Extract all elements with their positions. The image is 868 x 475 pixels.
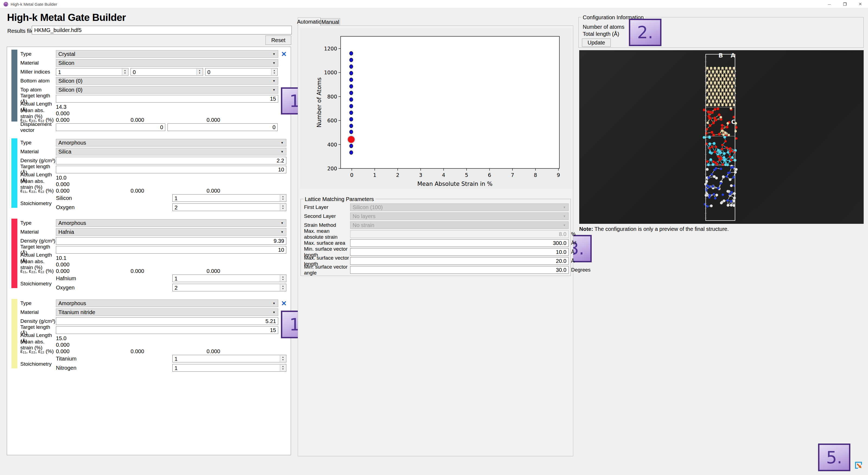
spinbox[interactable]: 1▲▼	[172, 275, 286, 282]
reset-button[interactable]: Reset	[266, 35, 291, 45]
note-text: The configuration is only a preview of t…	[593, 226, 729, 232]
spinbox-arrows[interactable]: ▲▼	[271, 69, 277, 75]
svg-text:4: 4	[442, 172, 445, 178]
input-field[interactable]: 15	[56, 326, 278, 334]
dropdown-silica[interactable]: Silica▼	[56, 148, 286, 155]
spinbox-arrows[interactable]: ▲▼	[280, 365, 286, 371]
svg-text:2: 2	[396, 172, 399, 178]
dropdown-silicon-0-[interactable]: Silicon (0)▼	[56, 77, 278, 85]
spinbox-arrows[interactable]: ▲▼	[280, 355, 286, 362]
row-target-length-: Target length (Å)15	[20, 326, 291, 334]
structure-preview[interactable]: BAC	[579, 50, 864, 224]
input-field[interactable]: 20.0	[350, 257, 569, 265]
spinbox[interactable]: 1▲▼	[172, 364, 286, 372]
svg-text:1000: 1000	[324, 69, 337, 75]
spinbox[interactable]: 0▲▼	[130, 68, 203, 76]
svg-text:7: 7	[511, 172, 514, 178]
remove-layer-button[interactable]: ✕	[280, 299, 288, 307]
results-filename-input[interactable]: HKMG_builder.hdf5	[32, 26, 292, 34]
row-actual-length-: Actual Length (Å)14.3	[20, 104, 291, 110]
spinbox-arrows[interactable]: ▲▼	[122, 69, 128, 75]
row--: ε₁₁, ε₂₂, ε₁₂ (%)0.0000.0000.000	[20, 117, 291, 123]
unit-label: Å	[571, 258, 575, 264]
dropdown-silicon-0-[interactable]: Silicon (0)▼	[56, 86, 278, 94]
dropdown-value: No strain	[350, 222, 374, 228]
spin-down-icon: ▼	[273, 72, 276, 74]
row-target-length-: Target length (Å)10	[20, 246, 291, 254]
element-label: Silicon	[56, 195, 172, 201]
stoichiometry-item: Oxygen2▲▼	[56, 203, 286, 211]
field-label: Type	[20, 140, 56, 146]
annotation-box-2: 2.	[629, 19, 661, 46]
input-field[interactable]: 9.39	[56, 237, 286, 245]
remove-layer-button[interactable]: ✕	[280, 50, 288, 58]
spinbox[interactable]: 2▲▼	[172, 203, 286, 211]
spinbox[interactable]: 1▲▼	[172, 194, 286, 202]
dropdown-amorphous[interactable]: Amorphous▼	[56, 219, 286, 227]
dropdown-crystal[interactable]: Crystal▼	[56, 50, 278, 58]
input-field[interactable]: 0	[167, 123, 278, 131]
spin-up-icon: ▲	[282, 285, 284, 287]
input-field[interactable]: 10	[56, 166, 286, 173]
spinbox[interactable]: 0▲▼	[205, 68, 278, 76]
tab-automatic[interactable]: Automatic	[298, 18, 320, 26]
input-field[interactable]: 2.2	[56, 157, 286, 164]
restore-button[interactable]	[837, 0, 852, 8]
input-field[interactable]: 10	[56, 246, 286, 254]
layer-section-3: TypeAmorphous▼MaterialHafnia▼Density (g/…	[7, 216, 291, 296]
update-button[interactable]: Update	[582, 38, 611, 47]
element-label: Titanium	[56, 356, 172, 362]
strain-value: 0.000	[130, 188, 207, 194]
readout-value: 10.0	[56, 175, 66, 181]
dropdown-value: Amorphous	[56, 300, 86, 307]
spinbox-arrows[interactable]: ▲▼	[280, 204, 286, 211]
stoichiometry-item: Hafnium1▲▼	[56, 275, 286, 282]
lattice-group-title: Lattice Matching Parameters	[304, 196, 375, 202]
resize-grip-icon[interactable]	[854, 461, 863, 470]
spinbox-arrows[interactable]: ▲▼	[280, 275, 286, 282]
layer-color-bar	[11, 138, 18, 208]
row-mean-abs-strain-: Mean abs. strain (%)0.000	[20, 342, 291, 348]
minimize-button[interactable]: ─	[822, 0, 837, 8]
spin-down-icon: ▼	[282, 198, 284, 200]
dropdown-silicon[interactable]: Silicon▼	[56, 59, 278, 67]
row-mean-abs-strain-: Mean abs. strain (%)0.000	[20, 181, 291, 187]
close-button[interactable]: ✕	[852, 0, 868, 8]
input-field[interactable]: 10.0	[350, 248, 569, 256]
layer-section-1: TypeCrystal▼✕MaterialSilicon▼Miller indi…	[7, 47, 291, 136]
spinbox-arrows[interactable]: ▲▼	[196, 69, 203, 75]
dropdown-titanium-nitride[interactable]: Titanium nitride▼	[56, 309, 278, 316]
strain-value: 0.000	[56, 117, 130, 123]
svg-text:800: 800	[327, 94, 337, 100]
dropdown-value: Silicon (100)	[350, 204, 383, 211]
svg-text:200: 200	[327, 165, 337, 171]
spinbox-value: 2	[175, 285, 178, 291]
dropdown-hafnia[interactable]: Hafnia▼	[56, 228, 286, 236]
dropdown-amorphous[interactable]: Amorphous▼	[56, 299, 278, 307]
row-type: TypeCrystal▼✕	[20, 50, 291, 58]
svg-text:0: 0	[350, 172, 353, 178]
input-field[interactable]: 30.0	[350, 266, 569, 274]
spinbox[interactable]: 1▲▼	[56, 68, 128, 76]
input-field[interactable]: 0	[56, 123, 165, 131]
row-target-length-: Target length (Å)10	[20, 166, 291, 173]
input-field[interactable]: 5.21	[56, 317, 278, 325]
stoichiometry-row: StoichiometrySilicon1▲▼Oxygen2▲▼	[20, 194, 291, 213]
spinbox[interactable]: 2▲▼	[172, 284, 286, 291]
row-density-g-cm-: Density (g/cm³)5.21	[20, 317, 291, 325]
input-field[interactable]: 300.0	[350, 239, 569, 247]
strain-value: 0.000	[207, 268, 220, 274]
spinbox-arrows[interactable]: ▲▼	[280, 195, 286, 201]
input-field[interactable]: 15	[56, 95, 278, 102]
spinbox[interactable]: 1▲▼	[172, 355, 286, 362]
chevron-down-icon: ▼	[273, 88, 276, 91]
axis-c-label: C	[731, 119, 736, 125]
dropdown-amorphous[interactable]: Amorphous▼	[56, 139, 286, 147]
dropdown-value: Hafnia	[56, 229, 74, 235]
element-label: Nitrogen	[56, 365, 172, 371]
dropdown-no-strain: No strain▼	[350, 221, 569, 229]
spinbox-arrows[interactable]: ▲▼	[280, 284, 286, 291]
row-actual-length-: Actual Length (Å)10.1	[20, 255, 291, 261]
tab-manual[interactable]: Manual	[320, 18, 340, 26]
stoichiometry-item: Titanium1▲▼	[56, 355, 286, 362]
